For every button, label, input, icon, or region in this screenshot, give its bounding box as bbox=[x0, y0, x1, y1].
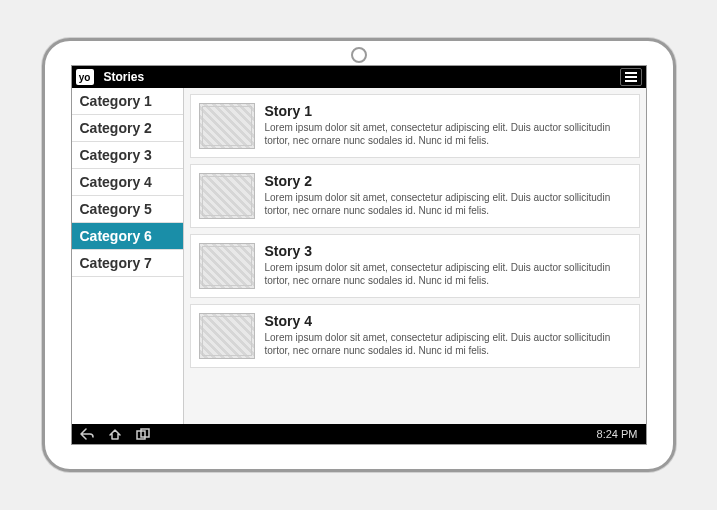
story-description: Lorem ipsum dolor sit amet, consectetur … bbox=[265, 331, 631, 357]
story-text: Story 3Lorem ipsum dolor sit amet, conse… bbox=[265, 243, 631, 289]
story-title: Story 2 bbox=[265, 173, 631, 189]
recent-apps-icon[interactable] bbox=[136, 428, 150, 440]
sidebar-item-category-3[interactable]: Category 3 bbox=[72, 142, 183, 169]
story-row[interactable]: Story 3Lorem ipsum dolor sit amet, conse… bbox=[190, 234, 640, 298]
story-row[interactable]: Story 1Lorem ipsum dolor sit amet, conse… bbox=[190, 94, 640, 158]
story-description: Lorem ipsum dolor sit amet, consectetur … bbox=[265, 191, 631, 217]
back-icon[interactable] bbox=[80, 428, 94, 440]
story-title: Story 1 bbox=[265, 103, 631, 119]
sidebar-item-category-2[interactable]: Category 2 bbox=[72, 115, 183, 142]
story-text: Story 2Lorem ipsum dolor sit amet, conse… bbox=[265, 173, 631, 219]
page-title: Stories bbox=[104, 70, 620, 84]
bottom-bar: 8:24 PM bbox=[72, 424, 646, 444]
story-thumbnail bbox=[199, 173, 255, 219]
nav-icons bbox=[80, 428, 150, 440]
screen: yo Stories Category 1Category 2Category … bbox=[71, 65, 647, 445]
clock: 8:24 PM bbox=[597, 428, 638, 440]
story-thumbnail bbox=[199, 313, 255, 359]
story-thumbnail bbox=[199, 243, 255, 289]
story-title: Story 4 bbox=[265, 313, 631, 329]
menu-button[interactable] bbox=[620, 68, 642, 86]
camera-icon bbox=[351, 47, 367, 63]
category-sidebar: Category 1Category 2Category 3Category 4… bbox=[72, 88, 184, 424]
story-text: Story 1Lorem ipsum dolor sit amet, conse… bbox=[265, 103, 631, 149]
sidebar-item-category-4[interactable]: Category 4 bbox=[72, 169, 183, 196]
sidebar-item-category-6[interactable]: Category 6 bbox=[72, 223, 183, 250]
story-title: Story 3 bbox=[265, 243, 631, 259]
home-icon[interactable] bbox=[108, 428, 122, 440]
story-list[interactable]: Story 1Lorem ipsum dolor sit amet, conse… bbox=[184, 88, 646, 424]
content-area: Category 1Category 2Category 3Category 4… bbox=[72, 88, 646, 424]
app-logo[interactable]: yo bbox=[76, 69, 94, 85]
top-bar: yo Stories bbox=[72, 66, 646, 88]
story-text: Story 4Lorem ipsum dolor sit amet, conse… bbox=[265, 313, 631, 359]
sidebar-item-category-5[interactable]: Category 5 bbox=[72, 196, 183, 223]
story-description: Lorem ipsum dolor sit amet, consectetur … bbox=[265, 121, 631, 147]
story-description: Lorem ipsum dolor sit amet, consectetur … bbox=[265, 261, 631, 287]
sidebar-item-category-7[interactable]: Category 7 bbox=[72, 250, 183, 277]
sidebar-item-category-1[interactable]: Category 1 bbox=[72, 88, 183, 115]
tablet-frame: yo Stories Category 1Category 2Category … bbox=[42, 38, 676, 472]
story-row[interactable]: Story 4Lorem ipsum dolor sit amet, conse… bbox=[190, 304, 640, 368]
story-thumbnail bbox=[199, 103, 255, 149]
story-row[interactable]: Story 2Lorem ipsum dolor sit amet, conse… bbox=[190, 164, 640, 228]
